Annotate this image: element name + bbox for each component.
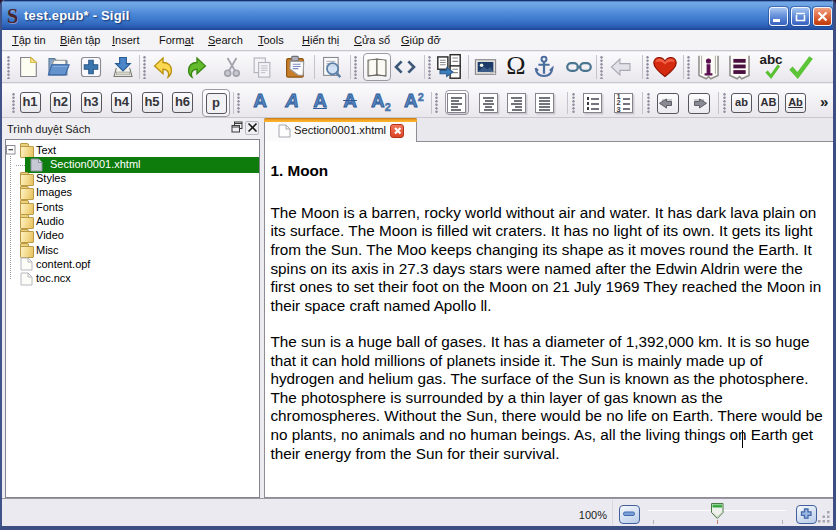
svg-text:abc: abc [759,52,783,67]
